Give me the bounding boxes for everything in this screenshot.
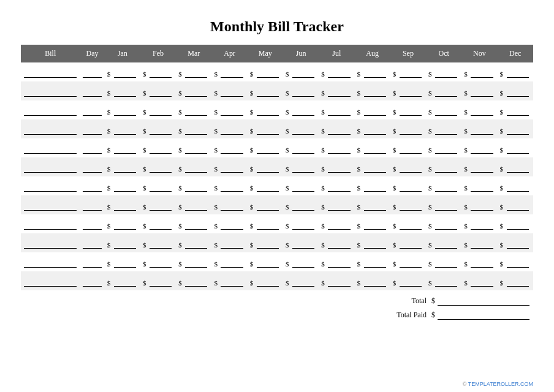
col-mar: Mar xyxy=(176,45,211,62)
cell-month: $ xyxy=(211,100,247,119)
bill-blank xyxy=(24,108,77,116)
currency-symbol: $ xyxy=(250,222,254,230)
cell-month: $ xyxy=(211,157,247,176)
amount-blank xyxy=(257,127,279,135)
currency-symbol: $ xyxy=(464,279,468,287)
bill-blank xyxy=(24,89,77,97)
table-row: $$$$$$$$$$$$ xyxy=(21,157,533,176)
amount-blank xyxy=(292,260,314,268)
cell-month: $ xyxy=(355,62,390,81)
amount-blank xyxy=(292,203,314,211)
cell-month: $ xyxy=(283,157,319,176)
table-row: $$$$$$$$$$$$ xyxy=(21,119,533,138)
cell-month: $ xyxy=(498,62,533,81)
col-oct: Oct xyxy=(426,45,461,62)
currency-symbol: $ xyxy=(214,146,218,154)
cell-day xyxy=(80,119,104,138)
currency-symbol: $ xyxy=(464,165,468,173)
col-nov: Nov xyxy=(461,45,497,62)
table-row: $$$$$$$$$$$$ xyxy=(21,195,533,214)
currency-symbol: $ xyxy=(321,165,325,173)
cell-month: $ xyxy=(140,252,176,271)
cell-month: $ xyxy=(426,119,461,138)
amount-blank xyxy=(292,184,314,192)
cell-month: $ xyxy=(355,100,390,119)
currency-symbol: $ xyxy=(178,203,182,211)
col-aug: Aug xyxy=(355,45,390,62)
cell-month: $ xyxy=(461,195,497,214)
amount-blank xyxy=(257,222,279,230)
cell-bill xyxy=(21,214,80,233)
amount-blank xyxy=(400,108,422,116)
cell-day xyxy=(80,100,104,119)
amount-blank xyxy=(221,165,243,173)
cell-month: $ xyxy=(319,176,354,195)
cell-month: $ xyxy=(176,62,211,81)
currency-symbol: $ xyxy=(286,127,289,135)
currency-symbol: $ xyxy=(428,146,432,154)
cell-month: $ xyxy=(248,252,283,271)
cell-month: $ xyxy=(461,100,497,119)
cell-month: $ xyxy=(319,62,354,81)
bill-blank xyxy=(24,127,77,135)
cell-month: $ xyxy=(498,119,533,138)
amount-blank xyxy=(507,203,529,211)
day-blank xyxy=(83,165,101,173)
cell-bill xyxy=(21,138,80,157)
cell-month: $ xyxy=(461,176,497,195)
cell-month: $ xyxy=(211,233,247,252)
cell-day xyxy=(80,62,104,81)
cell-month: $ xyxy=(105,195,140,214)
bill-blank xyxy=(24,241,77,249)
amount-blank xyxy=(471,203,493,211)
cell-month: $ xyxy=(461,138,497,157)
amount-blank xyxy=(257,108,279,116)
amount-blank xyxy=(328,70,350,78)
cell-month: $ xyxy=(426,62,461,81)
page: Monthly Bill Tracker Bill Day Jan Feb Ma… xyxy=(0,0,554,392)
amount-blank xyxy=(150,108,172,116)
amount-blank xyxy=(435,70,457,78)
cell-month: $ xyxy=(355,233,390,252)
amount-blank xyxy=(221,70,243,78)
cell-month: $ xyxy=(390,81,426,100)
currency-symbol: $ xyxy=(500,279,504,287)
cell-month: $ xyxy=(248,100,283,119)
amount-blank xyxy=(507,165,529,173)
amount-blank xyxy=(257,203,279,211)
amount-blank xyxy=(435,89,457,97)
amount-blank xyxy=(150,241,172,249)
amount-blank xyxy=(471,165,493,173)
currency-symbol: $ xyxy=(107,108,111,116)
currency-symbol: $ xyxy=(500,260,504,268)
cell-month: $ xyxy=(390,62,426,81)
amount-blank xyxy=(150,165,172,173)
amount-blank xyxy=(471,184,493,192)
amount-blank xyxy=(400,260,422,268)
cell-month: $ xyxy=(105,157,140,176)
cell-bill xyxy=(21,119,80,138)
currency-symbol: $ xyxy=(107,222,111,230)
currency-symbol: $ xyxy=(428,222,432,230)
amount-blank xyxy=(435,127,457,135)
day-blank xyxy=(83,108,101,116)
amount-blank xyxy=(114,241,136,249)
currency-symbol: $ xyxy=(178,241,182,249)
amount-blank xyxy=(185,89,207,97)
amount-blank xyxy=(364,146,386,154)
currency-symbol: $ xyxy=(500,108,504,116)
amount-blank xyxy=(328,260,350,268)
currency-symbol: $ xyxy=(143,127,146,135)
amount-blank xyxy=(400,241,422,249)
cell-month: $ xyxy=(176,214,211,233)
amount-blank xyxy=(292,241,314,249)
footer-url: TEMPLATEROLLER.COM xyxy=(468,381,533,387)
day-blank xyxy=(83,222,101,230)
currency-symbol: $ xyxy=(428,89,432,97)
cell-month: $ xyxy=(390,138,426,157)
col-dec: Dec xyxy=(498,45,533,62)
currency-symbol: $ xyxy=(357,241,361,249)
amount-blank xyxy=(400,127,422,135)
cell-month: $ xyxy=(426,252,461,271)
currency-symbol: $ xyxy=(214,89,218,97)
